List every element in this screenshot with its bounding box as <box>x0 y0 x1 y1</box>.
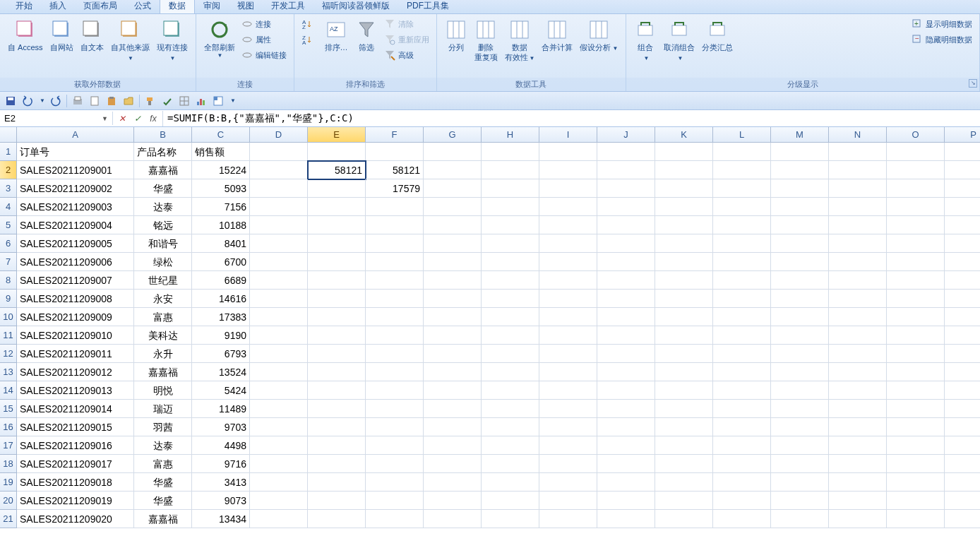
cell[interactable]: 9190 <box>192 326 250 345</box>
data-tool-button[interactable]: 删除重复项 <box>471 17 501 64</box>
cell[interactable] <box>771 492 829 510</box>
cell[interactable] <box>713 492 771 510</box>
cell[interactable] <box>424 308 482 326</box>
cell[interactable] <box>771 179 829 198</box>
cell[interactable] <box>771 510 829 528</box>
cell[interactable] <box>424 473 482 492</box>
cell[interactable] <box>713 436 771 455</box>
cell[interactable] <box>945 271 980 290</box>
outline-button[interactable]: 取消组合▼ <box>660 17 698 65</box>
cell[interactable] <box>829 381 887 400</box>
cell[interactable] <box>887 436 945 455</box>
cell[interactable] <box>597 436 655 455</box>
cell[interactable] <box>597 326 655 345</box>
cell[interactable] <box>887 510 945 528</box>
cell[interactable] <box>829 161 887 179</box>
cell[interactable] <box>482 510 539 528</box>
advanced-filter-button[interactable]: 高级 <box>381 48 432 62</box>
cell[interactable] <box>887 234 945 253</box>
cell[interactable] <box>597 234 655 253</box>
cell[interactable] <box>713 216 771 234</box>
cell[interactable]: SALES20211209002 <box>17 179 134 198</box>
cell[interactable] <box>482 198 539 216</box>
sort-button[interactable]: AZ 排序… <box>321 17 352 54</box>
outline-button[interactable]: 分类汇总 <box>698 17 736 65</box>
cell[interactable] <box>713 418 771 436</box>
cell[interactable] <box>366 473 424 492</box>
cell[interactable] <box>366 326 424 345</box>
cell[interactable] <box>366 436 424 455</box>
cell[interactable] <box>713 308 771 326</box>
cell[interactable] <box>655 271 713 290</box>
column-header[interactable]: A <box>17 127 134 143</box>
cell[interactable] <box>539 381 597 400</box>
column-header[interactable]: J <box>597 127 655 143</box>
cell[interactable] <box>655 510 713 528</box>
cell[interactable]: SALES20211209004 <box>17 216 134 234</box>
cell[interactable] <box>308 326 366 345</box>
cell[interactable] <box>308 363 366 381</box>
cell[interactable] <box>829 216 887 234</box>
row-header[interactable]: 3 <box>0 179 17 198</box>
cell[interactable] <box>366 308 424 326</box>
row-header[interactable]: 16 <box>0 418 17 436</box>
cell[interactable] <box>308 436 366 455</box>
cell[interactable]: SALES20211209013 <box>17 381 134 400</box>
cell[interactable] <box>366 345 424 363</box>
format-painter-icon[interactable] <box>144 95 157 107</box>
cell[interactable] <box>771 326 829 345</box>
cell[interactable] <box>829 473 887 492</box>
column-header[interactable]: E <box>308 127 366 143</box>
cell[interactable] <box>424 253 482 271</box>
cell[interactable] <box>597 492 655 510</box>
cell[interactable] <box>597 290 655 308</box>
cell[interactable]: 9073 <box>192 492 250 510</box>
cell[interactable] <box>945 492 980 510</box>
cell[interactable] <box>887 198 945 216</box>
cell[interactable] <box>945 345 980 363</box>
cell[interactable] <box>539 418 597 436</box>
cell[interactable] <box>482 253 539 271</box>
cell[interactable]: SALES20211209011 <box>17 345 134 363</box>
cell[interactable] <box>829 436 887 455</box>
column-header[interactable]: N <box>829 127 887 143</box>
cell[interactable] <box>250 455 308 473</box>
cell[interactable] <box>424 363 482 381</box>
external-data-button[interactable]: 自文本 <box>77 17 107 54</box>
cell[interactable]: 8401 <box>192 234 250 253</box>
cell[interactable] <box>308 308 366 326</box>
sort-asc-button[interactable]: AZ <box>299 17 318 31</box>
cell[interactable] <box>945 436 980 455</box>
cell[interactable] <box>945 455 980 473</box>
cell[interactable] <box>771 234 829 253</box>
cell[interactable]: 华盛 <box>134 492 192 510</box>
row-header[interactable]: 15 <box>0 400 17 418</box>
cell[interactable] <box>539 455 597 473</box>
print-preview-icon[interactable] <box>71 95 84 107</box>
cell[interactable] <box>366 271 424 290</box>
cell[interactable] <box>655 234 713 253</box>
cell[interactable]: SALES20211209007 <box>17 271 134 290</box>
cell[interactable] <box>424 492 482 510</box>
outline-button[interactable]: 组合▼ <box>631 17 660 65</box>
cell[interactable] <box>250 216 308 234</box>
cell[interactable] <box>539 161 597 179</box>
refresh-all-button[interactable]: 全部刷新 ▼ <box>201 17 239 60</box>
cell[interactable] <box>887 216 945 234</box>
tab-审阅[interactable]: 审阅 <box>195 0 229 13</box>
cell[interactable] <box>713 253 771 271</box>
data-tool-button[interactable]: 数据有效性▼ <box>501 17 539 65</box>
name-box[interactable]: E2▼ <box>0 112 113 125</box>
cell[interactable] <box>887 455 945 473</box>
cell[interactable] <box>424 179 482 198</box>
properties-button[interactable]: 属性 <box>239 32 289 47</box>
column-header[interactable]: L <box>713 127 771 143</box>
cell[interactable] <box>945 253 980 271</box>
external-data-button[interactable]: 自其他来源▼ <box>107 17 153 65</box>
cell[interactable] <box>655 253 713 271</box>
cell[interactable]: 明悦 <box>134 381 192 400</box>
qat-customize[interactable]: ▼ <box>230 97 236 104</box>
cell[interactable] <box>424 271 482 290</box>
cell[interactable]: 铭远 <box>134 216 192 234</box>
cell[interactable] <box>655 345 713 363</box>
